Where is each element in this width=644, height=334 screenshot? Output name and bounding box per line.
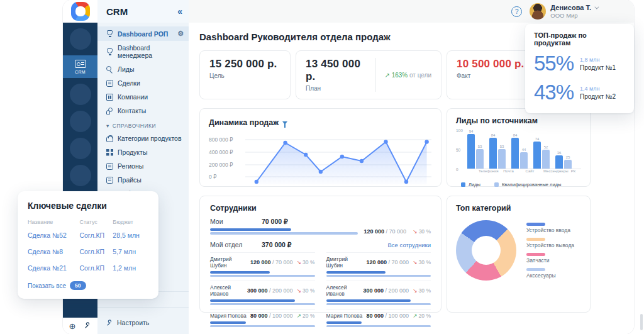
sidebar-item-dashboard-роп[interactable]: Dashboard РОП⚙ [97,26,189,41]
bar-column: 25 [564,155,572,169]
show-all-button[interactable]: Показать все 50 [28,281,148,290]
rail-app-icon[interactable] [70,28,91,50]
bar[interactable] [564,160,572,169]
sidebar-item-dashboard-менеджера[interactable]: Dashboard менеджера [97,41,189,62]
rail-app-icon[interactable] [70,138,91,159]
employee-name: Алексей Иванов [326,284,360,297]
sidebar-item-label: Компании [118,93,148,101]
employee-progress [210,299,315,305]
bar-category-label: Сайт [522,169,538,173]
legend-label: Квалифицированные лиды [502,182,562,187]
sidebar-item-продукты[interactable]: Продукты [97,145,189,159]
employee-fact-plan: 300 000 / 200 000 [364,287,409,294]
my-fact: 120 000 [364,228,385,235]
my-plan: / 70 000 [386,228,407,235]
trophy-icon [106,48,113,55]
charts-row: Динамика продаж 800 000 ₽ 400 000 ₽ 200 … [199,108,634,187]
chevron-down-icon [594,4,599,9]
legend-label: Акссесуары [526,272,574,279]
bar[interactable] [555,155,563,169]
filter-icon[interactable] [282,121,287,125]
bar-column: 53 [498,145,506,169]
grid-icon [106,149,113,156]
bottom-row: Сотрудники Мои 70 000 ₽ 120 000 / 70 000 [199,196,634,313]
bar-value-label: 53 [478,145,482,148]
rail-app-icon[interactable] [70,165,91,186]
nav-section-directories[interactable]: ▾СПРАВОЧНИКИ [97,118,189,131]
sidebar-item-компании[interactable]: Компании [97,90,189,104]
rail-app-icon[interactable] [70,84,91,105]
arrow-down-icon: ↘ [297,259,301,265]
progress-fact-bar [326,299,411,302]
bar[interactable] [476,149,484,169]
nav-section-label: СПРАВОЧНИКИ [113,123,156,129]
all-employees-link[interactable]: Все сотрудники [388,242,431,248]
deal-name: Сделка №21 [28,260,79,276]
bar-value-label: 25 [566,155,570,159]
user-chip[interactable]: Денисова Т. ООО Мир [530,3,597,19]
legend-item: Лиды [461,182,480,187]
bar[interactable] [498,149,506,169]
deal-budget: 1,2 млн [113,260,148,276]
legend-swatch [494,182,499,187]
bar[interactable] [520,152,528,169]
sidebar-item-сделки[interactable]: Сделки [97,76,189,90]
bar[interactable] [533,142,541,169]
arrow-down-icon: ↘ [413,228,417,235]
bar[interactable] [467,134,475,169]
wrench-icon [106,320,113,326]
scrollbar[interactable] [640,314,643,330]
app-logo-icon[interactable] [71,2,90,21]
legend-swatch [526,268,545,271]
plus-circle-icon[interactable]: ⊕ [69,321,76,331]
top-categories-title: Топ категорий [456,204,581,213]
table-row[interactable]: Сделка №8Согл.КП5,7 млн [28,243,148,260]
bar-value-label: 94 [469,130,474,133]
doc-icon [106,80,113,87]
sidebar-item-контакты[interactable]: Контакты [97,104,189,118]
table-row[interactable]: Сделка №52Согл.КП28,5 млн [28,227,148,243]
sidebar-item-label: Dashboard менеджера [118,44,184,59]
bar[interactable] [511,138,519,169]
progress-fact-bar [326,271,386,274]
legend-label: Устройство ввода [526,227,574,233]
sidebar-item-label: Категории продуктов [118,135,182,142]
bar-category-label: Телефония [479,169,495,173]
arrow-down-icon: ↘ [413,259,417,265]
bar-value-label: 52 [544,145,548,149]
wrench-icon[interactable] [84,321,91,331]
sidebar-item-регионы[interactable]: Регионы [97,159,189,173]
rail-active-app[interactable]: CRM [63,55,97,78]
bar[interactable] [489,138,497,169]
line-chart-svg [245,130,431,184]
bar[interactable] [542,150,550,169]
kpi-goal-card: 15 250 000 р. Цель [199,50,291,99]
progress-plan-bar [210,325,315,328]
employee-name: Алексей Иванов [210,284,243,297]
employee-fact-plan: 80 000 / 100 000 [367,313,409,319]
employee-progress [326,321,431,327]
legend-item: Акссесуары [526,268,574,279]
collapse-sidebar-icon[interactable]: « [177,6,182,16]
bar-chart: 100 50 0 94538453844474523625 ТелефонияП… [456,129,581,178]
rail-app-icon[interactable] [70,111,91,132]
table-row[interactable]: Сделка №21Согл.КП1,2 млн [28,260,148,276]
progress-plan-bar [210,232,358,235]
sidebar-item-лиды[interactable]: Лиды [97,62,189,76]
sidebar-item-категории-продуктов[interactable]: Категории продуктов [97,131,189,145]
legend-label: Лиды [469,182,480,187]
gear-icon[interactable]: ⚙ [177,30,184,38]
sidebar-item-label: Сделки [118,79,140,87]
bar-value-label: 84 [491,133,496,137]
bar-group: 7452 [533,137,550,169]
help-icon[interactable]: ? [511,6,522,17]
legend-item: Устройство вывода [526,238,574,248]
sidebar-item-прайсы[interactable]: Прайсы [97,173,189,187]
deal-status: Согл.КП [79,260,113,276]
kpi-fact-label: Факт [457,72,531,79]
product-amount: 1,8 млн [580,57,616,63]
employee-name: Дмитрий Шубин [326,256,363,269]
configure-button[interactable]: Настроить [97,314,189,334]
employee-delta: ↘ 30 % [297,259,315,265]
employee-row-top: Дмитрий Шубин120 000 / 70 000↘ 30 % [210,256,315,269]
